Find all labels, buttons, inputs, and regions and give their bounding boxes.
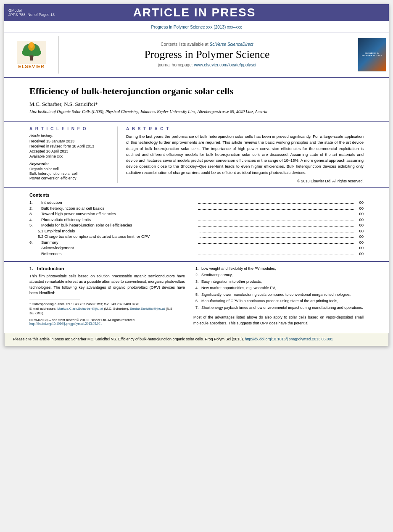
homepage-link[interactable]: www.elsevier.com/locate/ppolysci	[194, 63, 256, 67]
intro-num: 1.	[29, 266, 33, 271]
list-item: 6. Manufacturing of OPV in a continuous …	[195, 298, 364, 304]
issn-line: 0079-6700/$ – see front matter © 2013 El…	[29, 318, 185, 322]
citation-text: Please cite this article in press as: Sc…	[13, 337, 244, 341]
gmodel-info: GModel JPPS-788; No. of Pages 13	[8, 8, 55, 17]
list-item: 1. Low weight and flexibility of the PV …	[195, 266, 364, 272]
contents-title: Contents	[29, 192, 364, 198]
toc-page: 00	[355, 206, 364, 211]
abstract-header: A B S T R A C T	[126, 126, 364, 131]
list-text: New market opportunities, e.g. wearable …	[201, 285, 364, 291]
gmodel-line1: GModel	[8, 8, 55, 13]
article-affiliation: Linz Institute of Organic Solar Cells (L…	[29, 109, 364, 114]
intro-numbered-list: 1. Low weight and flexibility of the PV …	[193, 266, 364, 311]
main-content: 1. Introduction Thin film photovoltaic c…	[4, 261, 389, 333]
keyword-2: Bulk heterojunction solar cell	[29, 171, 112, 176]
journal-center: Contents lists available at SciVerse Sci…	[59, 36, 355, 74]
toc-page: 00	[355, 234, 364, 239]
homepage-label: journal homepage:	[158, 63, 193, 67]
intro-para1: Thin film photovoltaic cells based on so…	[29, 274, 185, 296]
list-num: 3.	[195, 279, 201, 285]
cover-image: PROGRESS IN POLYMER SCIENCE	[358, 38, 386, 71]
header-bar: GModel JPPS-788; No. of Pages 13 ARTICLE…	[4, 4, 389, 21]
citation-doi-link[interactable]: http://dx.doi.org/10.1016/j.progpolymsci…	[245, 337, 333, 341]
toc-item: 4. Photovoltaic efficiency limits 00	[29, 217, 364, 222]
toc-dots	[198, 200, 354, 204]
toc-num: 6.	[29, 240, 41, 245]
toc-num: 4.	[29, 217, 41, 222]
article-info-col: A R T I C L E I N F O Article history: R…	[29, 126, 118, 183]
sciverse-link[interactable]: SciVerse ScienceDirect	[210, 42, 253, 47]
journal-ref-line: Progress in Polymer Science xxx (2013) x…	[4, 21, 389, 32]
list-item: 4. New market opportunities, e.g. wearab…	[195, 285, 364, 291]
toc-item: 5.1. Empirical models 00	[29, 228, 364, 233]
journal-ref: Progress in Polymer Science xxx (2013) x…	[151, 25, 242, 29]
journal-header: ELSEVIER Contents lists available at Sci…	[4, 32, 389, 78]
toc-text: Photovoltaic efficiency limits	[41, 217, 197, 222]
available-online: Available online xxx	[29, 154, 112, 158]
elsevier-tree-icon	[17, 41, 46, 64]
article-info-header: A R T I C L E I N F O	[29, 126, 112, 131]
list-num: 4.	[195, 285, 201, 291]
toc-page: 00	[355, 229, 364, 233]
cover-title: PROGRESS IN POLYMER SCIENCE	[359, 52, 385, 58]
toc-page: 00	[355, 251, 364, 256]
toc-dots	[198, 245, 354, 250]
abstract-text: During the last years the performance of…	[126, 134, 364, 176]
toc-page: 00	[355, 240, 364, 245]
toc-num: 5.1.	[29, 229, 45, 233]
toc-page: 00	[355, 217, 364, 222]
toc-dots	[198, 223, 354, 227]
received1: Received 15 January 2013	[29, 139, 112, 143]
email1-link[interactable]: Markus.Clark.Scharber@jku.at	[57, 307, 103, 311]
svg-point-2	[22, 49, 30, 56]
received2: Received in revised form 18 April 2013	[29, 144, 112, 148]
toc-num: 1.	[29, 200, 41, 205]
toc-text: Models for bulk heterojunction solar cel…	[41, 223, 197, 227]
intro-para2: Most of the advantages listed above do a…	[193, 315, 364, 326]
main-right-col: 1. Low weight and flexibility of the PV …	[193, 266, 364, 329]
list-text: Low weight and flexibility of the PV mod…	[201, 266, 364, 272]
toc-text: Acknowledgement	[41, 245, 197, 250]
toc-item: 1. Introduction 00	[29, 200, 364, 205]
contents-section: Contents 1. Introduction 00 2. Bulk hete…	[4, 187, 389, 261]
contents-available: Contents lists available at SciVerse Sci…	[161, 42, 253, 47]
toc-item: 2. Bulk heterojunction solar cell basics…	[29, 205, 364, 211]
doi-link[interactable]: http://dx.doi.org/10.1016/j.progpolymsci…	[29, 322, 185, 326]
toc-dots	[198, 205, 354, 210]
toc-item: Acknowledgement 00	[29, 245, 364, 250]
list-text: Significantly lower manufacturing costs …	[201, 292, 364, 298]
journal-title: Progress in Polymer Science	[144, 48, 269, 61]
svg-point-6	[29, 42, 34, 48]
toc-text: Charge transfer complex and detailed bal…	[45, 234, 198, 239]
toc-text: Toward high power conversion efficiencie…	[41, 211, 197, 216]
toc-num: 5.	[29, 223, 41, 227]
toc-dots	[198, 211, 354, 216]
keywords-label: Keywords:	[29, 162, 112, 166]
article-in-press-label: ARTICLE IN PRESS	[55, 6, 334, 19]
journal-cover: PROGRESS IN POLYMER SCIENCE	[355, 36, 389, 74]
list-text: Manufacturing of OPV in a continuous pro…	[201, 298, 364, 304]
email-footnote: E-mail addresses: Markus.Clark.Scharber@…	[29, 306, 185, 316]
main-left-col: 1. Introduction Thin film photovoltaic c…	[29, 266, 185, 329]
svg-rect-4	[30, 55, 33, 61]
intro-title: Introduction	[37, 266, 64, 271]
elsevier-label: ELSEVIER	[18, 64, 44, 69]
toc-num: 2.	[29, 206, 41, 211]
toc-page: 00	[355, 211, 364, 216]
list-text: Easy integration into other products,	[201, 279, 364, 285]
list-num: 6.	[195, 298, 201, 304]
toc-text: Introduction	[41, 200, 197, 205]
list-num: 5.	[195, 292, 201, 298]
toc-dots	[198, 251, 354, 255]
toc-item: 5. Models for bulk heterojunction solar …	[29, 223, 364, 228]
toc-container: 1. Introduction 00 2. Bulk heterojunctio…	[29, 200, 364, 256]
toc-text: References	[41, 251, 197, 256]
journal-homepage: journal homepage: www.elsevier.com/locat…	[158, 63, 256, 67]
gmodel-line2: JPPS-788; No. of Pages 13	[8, 13, 55, 17]
list-item: 5. Significantly lower manufacturing cos…	[195, 292, 364, 298]
toc-text: Summary	[41, 240, 197, 245]
email2-link[interactable]: Serdar.Sariciftci@jku.at	[130, 307, 165, 311]
footnote-divider	[29, 300, 80, 300]
list-num: 7.	[195, 305, 201, 311]
accepted: Accepted 26 April 2013	[29, 149, 112, 153]
